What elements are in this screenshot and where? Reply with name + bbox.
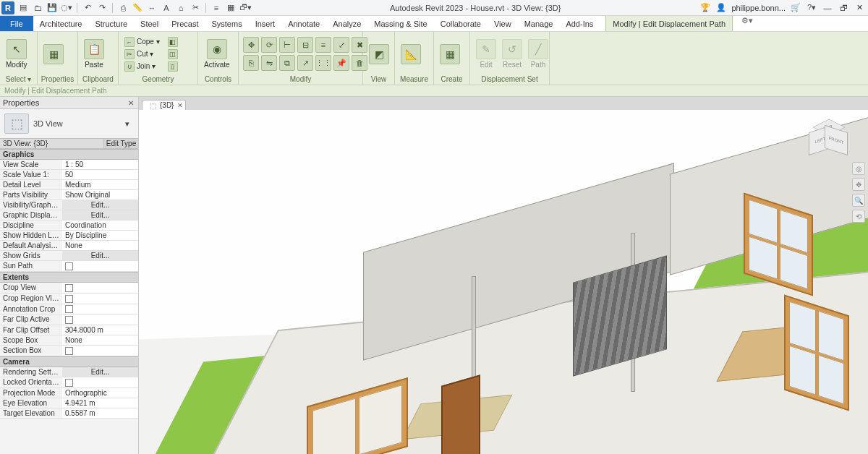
measure-button[interactable]: 📐 xyxy=(398,43,424,66)
join-button[interactable]: ∪Join ▾ xyxy=(122,61,163,72)
modify-button[interactable]: ↖ Modify xyxy=(3,38,30,70)
help-icon[interactable]: ?▾ xyxy=(806,2,817,14)
property-value[interactable]: Coordination xyxy=(62,220,138,230)
pin-icon[interactable]: 📌 xyxy=(333,55,349,71)
qat-sync-dropdown-icon[interactable]: ◌▾ xyxy=(61,2,72,14)
window-close-icon[interactable]: ✕ xyxy=(854,2,865,14)
qat-measure-icon[interactable]: 📏 xyxy=(132,2,143,14)
rotate-icon[interactable]: ⟳ xyxy=(261,37,277,53)
qat-print-icon[interactable]: ⎙ xyxy=(117,2,129,14)
window-minimize-icon[interactable]: — xyxy=(822,2,833,14)
align-icon[interactable]: ≡ xyxy=(315,37,331,53)
tab-systems[interactable]: Systems xyxy=(205,16,248,31)
move-icon[interactable]: ✥ xyxy=(243,37,259,53)
property-value[interactable]: 4.9421 m xyxy=(62,398,138,408)
type-selector[interactable]: ⬚ 3D View▾ xyxy=(0,109,138,138)
qat-close-hidden-icon[interactable]: ▦ xyxy=(225,2,237,14)
trim-icon[interactable]: ⊢ xyxy=(279,37,295,53)
property-value[interactable]: Show Original xyxy=(62,190,138,200)
property-group-header[interactable]: Camera xyxy=(0,356,138,367)
ribbon-options-icon[interactable]: ⚙▾ xyxy=(741,16,752,26)
document-tab-3d[interactable]: ⬚ {3D} ✕ xyxy=(142,100,186,110)
property-value[interactable]: 50 xyxy=(62,170,138,179)
tab-steel[interactable]: Steel xyxy=(134,16,165,31)
property-list[interactable]: GraphicsView Scale1 : 50Scale Value 1:50… xyxy=(0,149,138,454)
tab-architecture[interactable]: Architecture xyxy=(33,16,89,31)
split-element-icon[interactable]: ⊟ xyxy=(297,37,313,53)
nav-orbit-icon[interactable]: ⟲ xyxy=(852,210,865,223)
tab-add-ins[interactable]: Add-Ins xyxy=(559,16,600,31)
property-value[interactable]: Orthographic xyxy=(62,388,138,398)
edit-type-button[interactable]: Edit Type xyxy=(103,139,138,148)
infocenter-trophy-icon[interactable]: 🏆 xyxy=(699,2,711,14)
view-button[interactable]: ◩ xyxy=(366,43,392,66)
tab-precast[interactable]: Precast xyxy=(165,16,205,31)
property-checkbox[interactable] xyxy=(62,346,138,356)
tab-analyze[interactable]: Analyze xyxy=(326,16,367,31)
qat-section-icon[interactable]: ✂ xyxy=(190,2,201,14)
nav-zoom-icon[interactable]: 🔍 xyxy=(852,194,865,207)
property-edit-button[interactable]: Edit... xyxy=(62,200,138,210)
qat-text-icon[interactable]: A xyxy=(161,2,172,14)
window-restore-icon[interactable]: 🗗 xyxy=(838,2,849,14)
infocenter-signin-icon[interactable]: 👤 xyxy=(715,2,727,14)
qat-redo-icon[interactable]: ↷ xyxy=(96,2,108,14)
property-checkbox[interactable] xyxy=(62,377,138,387)
offset-icon[interactable]: ↗ xyxy=(297,55,313,71)
property-edit-button[interactable]: Edit... xyxy=(62,210,138,220)
tab-insert[interactable]: Insert xyxy=(249,16,282,31)
property-group-header[interactable]: Graphics xyxy=(0,149,138,160)
paste-button[interactable]: 📋 Paste xyxy=(81,38,107,70)
property-checkbox[interactable] xyxy=(62,261,138,271)
property-edit-button[interactable]: Edit... xyxy=(62,251,138,260)
infocenter-app-icon[interactable]: 🛒 xyxy=(790,2,801,14)
property-value[interactable]: 304.8000 m xyxy=(62,325,138,335)
wall-opening-icon[interactable]: ▯ xyxy=(165,61,181,72)
property-value[interactable]: 0.5587 m xyxy=(62,408,138,418)
qat-dimension-icon[interactable]: ↔ xyxy=(146,2,158,14)
qat-file-icon[interactable]: ▤ xyxy=(17,2,29,14)
qat-thin-lines-icon[interactable]: ≡ xyxy=(210,2,222,14)
tab-close-icon[interactable]: ✕ xyxy=(177,102,183,109)
property-checkbox[interactable] xyxy=(62,283,138,293)
activate-button[interactable]: ◉ Activate xyxy=(201,38,233,70)
property-checkbox[interactable] xyxy=(62,304,138,314)
property-value[interactable]: By Discipline xyxy=(62,231,138,240)
property-group-header[interactable]: Extents xyxy=(0,272,138,283)
scale-icon[interactable]: ⤢ xyxy=(333,37,349,53)
tab-structure[interactable]: Structure xyxy=(88,16,134,31)
properties-close-icon[interactable]: ✕ xyxy=(127,98,135,107)
tab-manage[interactable]: Manage xyxy=(518,16,560,31)
property-value[interactable]: 1 : 50 xyxy=(62,160,138,169)
cope-button[interactable]: ⌐Cope ▾ xyxy=(122,36,163,48)
array-icon[interactable]: ⋮⋮ xyxy=(315,55,331,71)
qat-3d-icon[interactable]: ⌂ xyxy=(175,2,187,14)
file-tab[interactable]: File xyxy=(0,16,33,31)
tab-collaborate[interactable]: Collaborate xyxy=(434,16,488,31)
qat-switch-windows-icon[interactable]: 🗗▾ xyxy=(239,2,251,14)
tab-view[interactable]: View xyxy=(488,16,518,31)
qat-undo-icon[interactable]: ↶ xyxy=(82,2,93,14)
split-icon[interactable]: ◫ xyxy=(165,48,181,60)
property-value[interactable]: None xyxy=(62,241,138,250)
create-button[interactable]: ▦ xyxy=(437,43,463,66)
viewcube-front[interactable]: FRONT xyxy=(825,125,848,155)
copy-icon[interactable]: ⎘ xyxy=(243,55,259,71)
property-value[interactable]: Medium xyxy=(62,180,138,189)
notch-icon[interactable]: ◧ xyxy=(165,36,181,48)
mirror-pick-icon[interactable]: ⧉ xyxy=(279,55,295,71)
nav-pan-icon[interactable]: ✥ xyxy=(852,178,865,191)
property-checkbox[interactable] xyxy=(62,314,138,325)
qat-save-icon[interactable]: 💾 xyxy=(46,2,58,14)
nav-wheel-icon[interactable]: ◎ xyxy=(852,162,865,175)
3d-viewport[interactable]: TOP LEFT FRONT ◎ ✥ 🔍 ⟲ xyxy=(139,110,868,454)
qat-open-icon[interactable]: 🗀 xyxy=(32,2,43,14)
cut-button[interactable]: ✂Cut ▾ xyxy=(122,48,163,60)
properties-button[interactable]: ▦ xyxy=(41,43,67,66)
viewcube[interactable]: TOP LEFT FRONT xyxy=(813,119,848,153)
user-name[interactable]: philippe.bonn... xyxy=(731,4,786,12)
property-edit-button[interactable]: Edit... xyxy=(62,367,138,377)
tab-massing-site[interactable]: Massing & Site xyxy=(367,16,433,31)
tab-annotate[interactable]: Annotate xyxy=(281,16,326,31)
property-value[interactable]: None xyxy=(62,335,138,345)
